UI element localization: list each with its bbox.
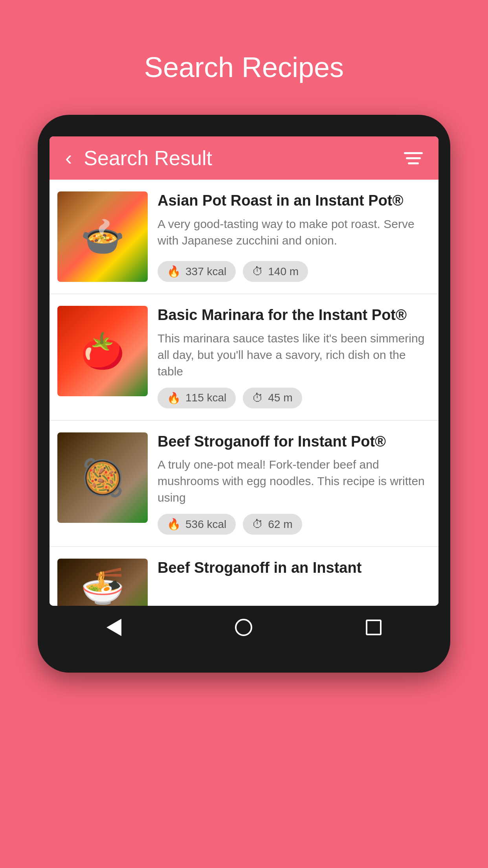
screen-title: Search Result xyxy=(84,146,404,170)
flame-icon-0: 🔥 xyxy=(167,265,181,278)
nav-back-icon xyxy=(106,619,121,636)
app-screen: ‹ Search Result Asian Pot Roast in an In… xyxy=(50,136,438,606)
flame-icon-2: 🔥 xyxy=(167,518,181,531)
recipe-meta-basic-marinara: 🔥 115 kcal ⏱ 45 m xyxy=(158,388,427,408)
time-pill-1: ⏱ 45 m xyxy=(243,388,302,408)
clock-icon-0: ⏱ xyxy=(252,265,263,278)
nav-recent-icon xyxy=(366,620,382,635)
recipe-item-beef-stroganoff-instant[interactable]: Beef Stroganoff in an Instant xyxy=(50,547,438,606)
filter-line-2 xyxy=(406,157,421,159)
time-value-0: 140 m xyxy=(268,265,299,278)
recipe-item-beef-stroganoff-ip[interactable]: Beef Stroganoff for Instant Pot® A truly… xyxy=(50,421,438,547)
recipe-info-basic-marinara: Basic Marinara for the Instant Pot® This… xyxy=(158,306,427,408)
filter-line-3 xyxy=(408,162,419,164)
recipe-info-beef-stroganoff-ip: Beef Stroganoff for Instant Pot® A truly… xyxy=(158,432,427,535)
filter-line-1 xyxy=(404,152,423,154)
calorie-pill-2: 🔥 536 kcal xyxy=(158,514,236,535)
calorie-value-2: 536 kcal xyxy=(185,518,226,531)
back-button[interactable]: ‹ xyxy=(65,148,72,168)
recipe-thumbnail-beef-stroganoff-instant xyxy=(57,559,148,606)
clock-icon-2: ⏱ xyxy=(252,518,263,531)
phone-shell: ‹ Search Result Asian Pot Roast in an In… xyxy=(38,115,450,673)
recipe-thumbnail-basic-marinara xyxy=(57,306,148,396)
time-value-1: 45 m xyxy=(268,392,292,404)
recipe-title-beef-stroganoff-instant: Beef Stroganoff in an Instant xyxy=(158,559,427,577)
time-pill-0: ⏱ 140 m xyxy=(243,261,308,282)
time-value-2: 62 m xyxy=(268,518,292,531)
recipe-info-beef-stroganoff-instant: Beef Stroganoff in an Instant xyxy=(158,559,427,606)
recipe-desc-asian-pot-roast: A very good-tasting way to make pot roas… xyxy=(158,216,427,249)
recipe-thumbnail-asian-pot-roast xyxy=(57,191,148,282)
page-title: Search Recipes xyxy=(38,51,450,83)
recipe-thumbnail-beef-stroganoff-ip xyxy=(57,432,148,523)
flame-icon-1: 🔥 xyxy=(167,392,181,405)
page-background: Search Recipes ‹ Search Result As xyxy=(38,0,450,673)
recipe-list: Asian Pot Roast in an Instant Pot® A ver… xyxy=(50,180,438,606)
filter-button[interactable] xyxy=(404,152,423,164)
recipe-item-basic-marinara[interactable]: Basic Marinara for the Instant Pot® This… xyxy=(50,294,438,421)
recipe-title-beef-stroganoff-ip: Beef Stroganoff for Instant Pot® xyxy=(158,432,427,451)
app-top-bar: ‹ Search Result xyxy=(50,136,438,180)
recipe-title-basic-marinara: Basic Marinara for the Instant Pot® xyxy=(158,306,427,325)
calorie-value-1: 115 kcal xyxy=(185,392,226,404)
calorie-value-0: 337 kcal xyxy=(185,265,226,278)
calorie-pill-0: 🔥 337 kcal xyxy=(158,261,236,282)
nav-home-icon xyxy=(235,619,252,636)
recipe-info-asian-pot-roast: Asian Pot Roast in an Instant Pot® A ver… xyxy=(158,191,427,282)
clock-icon-1: ⏱ xyxy=(252,392,263,405)
recipe-desc-basic-marinara: This marinara sauce tastes like it's bee… xyxy=(158,330,427,380)
nav-home-button[interactable] xyxy=(235,619,252,636)
recipe-title-asian-pot-roast: Asian Pot Roast in an Instant Pot® xyxy=(158,191,427,210)
recipe-item-asian-pot-roast[interactable]: Asian Pot Roast in an Instant Pot® A ver… xyxy=(50,180,438,294)
nav-bar xyxy=(50,606,438,649)
recipe-desc-beef-stroganoff-ip: A truly one-pot meal! Fork-tender beef a… xyxy=(158,456,427,506)
calorie-pill-1: 🔥 115 kcal xyxy=(158,388,236,408)
recipe-meta-beef-stroganoff-ip: 🔥 536 kcal ⏱ 62 m xyxy=(158,514,427,535)
nav-recent-button[interactable] xyxy=(366,620,382,635)
nav-back-button[interactable] xyxy=(106,619,121,636)
recipe-meta-asian-pot-roast: 🔥 337 kcal ⏱ 140 m xyxy=(158,261,427,282)
time-pill-2: ⏱ 62 m xyxy=(243,514,302,535)
